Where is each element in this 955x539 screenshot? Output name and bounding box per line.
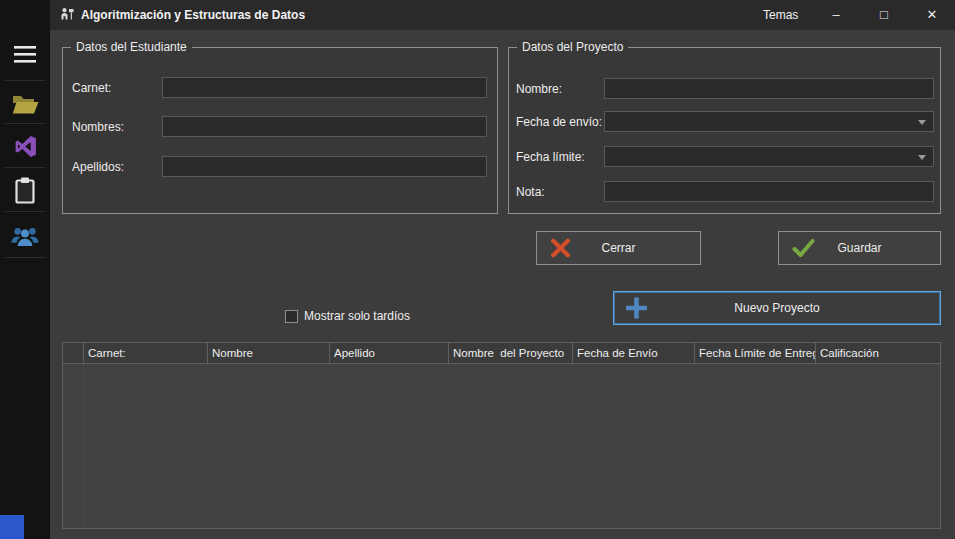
sidebar-item-open-folder[interactable] (0, 83, 50, 125)
guardar-label: Guardar (779, 241, 940, 255)
title-bar: Algoritmización y Estructuras de Datos T… (50, 0, 955, 30)
apellidos-input[interactable] (162, 156, 487, 177)
fecha-envio-label: Fecha de envío: (516, 115, 602, 129)
accent-corner (0, 515, 24, 539)
apellidos-label: Apellidos: (72, 160, 124, 174)
mostrar-tardios-checkbox[interactable]: Mostrar solo tardíos (285, 309, 410, 323)
project-groupbox-title: Datos del Proyecto (517, 40, 628, 54)
nombre-input[interactable] (604, 78, 934, 99)
nota-label: Nota: (516, 185, 545, 199)
grid-corner-cell[interactable] (63, 343, 84, 363)
grid-body[interactable] (63, 364, 940, 528)
chevron-down-icon (918, 120, 926, 125)
open-folder-icon (12, 94, 39, 114)
temas-menu[interactable]: Temas (763, 8, 798, 22)
projects-grid: Carnet: Nombre Apellido Nombre del Proye… (62, 342, 941, 529)
grid-column-fecha-envio[interactable]: Fecha de Envío (573, 343, 695, 363)
fecha-limite-combobox[interactable] (604, 146, 934, 167)
nombres-label: Nombres: (72, 120, 124, 134)
sidebar-item-menu[interactable] (0, 33, 50, 75)
nuevo-proyecto-button[interactable]: Nuevo Proyecto (613, 291, 941, 325)
guardar-button[interactable]: Guardar (778, 231, 941, 265)
student-groupbox-title: Datos del Estudiante (71, 40, 192, 54)
student-groupbox: Datos del Estudiante Carnet: Nombres: Ap… (62, 47, 498, 214)
sidebar-item-clipboard[interactable] (0, 169, 50, 211)
mostrar-tardios-label: Mostrar solo tardíos (304, 309, 410, 323)
users-icon (10, 224, 40, 247)
grid-column-apellido[interactable]: Apellido (330, 343, 449, 363)
carnet-input[interactable] (162, 77, 487, 98)
grid-column-carnet[interactable]: Carnet: (84, 343, 208, 363)
grid-column-nombre-proyecto[interactable]: Nombre del Proyecto (449, 343, 573, 363)
nombre-label: Nombre: (516, 82, 562, 96)
checkbox-box (285, 310, 298, 323)
nombres-input[interactable] (162, 116, 487, 137)
sidebar (0, 0, 50, 539)
hamburger-menu-icon (14, 46, 36, 63)
app-icon (59, 7, 75, 23)
sidebar-divider (5, 167, 45, 168)
sidebar-divider (5, 211, 45, 212)
nuevo-proyecto-label: Nuevo Proyecto (614, 301, 940, 315)
window-title: Algoritmización y Estructuras de Datos (81, 8, 305, 22)
grid-header: Carnet: Nombre Apellido Nombre del Proye… (63, 343, 940, 364)
project-groupbox: Datos del Proyecto Nombre: Fecha de enví… (508, 47, 941, 214)
grid-row-header-divider (83, 364, 84, 528)
chevron-down-icon (918, 155, 926, 160)
sidebar-divider (5, 123, 45, 124)
sidebar-item-users[interactable] (0, 214, 50, 256)
carnet-label: Carnet: (72, 81, 111, 95)
sidebar-divider (5, 257, 45, 258)
grid-column-nombre[interactable]: Nombre (208, 343, 330, 363)
close-button[interactable]: ✕ (917, 0, 947, 30)
clipboard-icon (15, 177, 35, 204)
app-window: Algoritmización y Estructuras de Datos T… (0, 0, 955, 539)
cerrar-button[interactable]: Cerrar (536, 231, 701, 265)
fecha-limite-label: Fecha límite: (516, 150, 585, 164)
visual-studio-icon (13, 134, 38, 159)
cerrar-label: Cerrar (537, 241, 700, 255)
grid-column-calificacion[interactable]: Calificación (816, 343, 940, 363)
minimize-button[interactable]: – (821, 0, 851, 30)
sidebar-item-visual-studio[interactable] (0, 125, 50, 167)
grid-column-fecha-limite[interactable]: Fecha Límite de Entrega (695, 343, 816, 363)
maximize-button[interactable]: □ (869, 0, 899, 30)
sidebar-divider (5, 80, 45, 81)
nota-input[interactable] (604, 181, 934, 202)
fecha-envio-combobox[interactable] (604, 111, 934, 132)
